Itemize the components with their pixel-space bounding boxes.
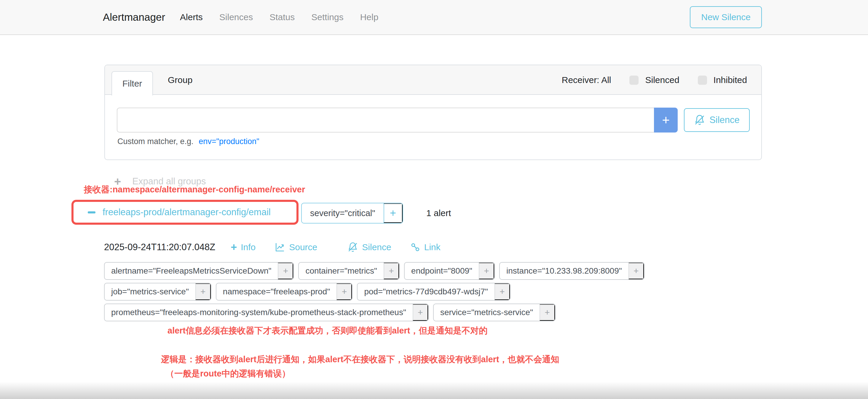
label-text[interactable]: pod="metrics-77d9cdb497-wdsj7" <box>358 283 494 300</box>
alert-count: 1 alert <box>426 203 451 223</box>
custom-matcher-hint-text: Custom matcher, e.g. <box>117 137 193 146</box>
inhibited-checkbox[interactable] <box>698 75 707 85</box>
matcher-input[interactable] <box>117 108 654 132</box>
annotation-alert-note: alert信息必须在接收器下才表示配置成功，否则即使能看到alert，但是通知是… <box>167 325 488 337</box>
label-text[interactable]: service="metrics-service" <box>434 304 539 321</box>
label-add-button[interactable]: + <box>479 263 494 279</box>
annotation-logic-note: 逻辑是：接收器收到alert后进行通知，如果alert不在接收器下，说明接收器没… <box>161 352 559 380</box>
navbar: Alertmanager Alerts Silences Status Sett… <box>0 0 868 35</box>
alert-labels: alertname="FreeleapsMetricsServiceDown" … <box>104 262 670 321</box>
inhibited-label: Inhibited <box>714 75 747 85</box>
nav-alerts[interactable]: Alerts <box>180 12 203 22</box>
label-text[interactable]: instance="10.233.98.209:8009" <box>500 263 628 279</box>
filter-panel-body: + Silence Custom matcher, e.g. env="prod… <box>105 95 761 160</box>
label-add-button[interactable]: + <box>383 263 399 279</box>
collapse-minus-icon <box>88 211 95 213</box>
group-matcher-add-button[interactable]: + <box>383 203 403 223</box>
alert-source-link[interactable]: Source <box>275 242 317 252</box>
alert-label-tag: endpoint="8009" + <box>404 262 495 280</box>
alert-timestamp: 2025-09-24T11:20:07.048Z <box>104 242 215 252</box>
label-add-button[interactable]: + <box>413 304 428 321</box>
label-text[interactable]: namespace="freeleaps-prod" <box>216 283 337 300</box>
group-matcher-chip: severity="critical" + <box>301 203 403 223</box>
label-add-button[interactable]: + <box>337 283 352 300</box>
chart-line-icon <box>275 242 285 252</box>
filter-options: Receiver: All Silenced Inhibited <box>562 65 747 95</box>
link-icon <box>410 242 421 252</box>
annotation-logic-note-line2: （一般是route中的逻辑有错误） <box>161 366 559 380</box>
label-add-button[interactable]: + <box>539 304 555 321</box>
alert-info-button[interactable]: + Info <box>230 242 255 252</box>
filter-panel: Filter Group Receiver: All Silenced Inhi… <box>104 65 762 160</box>
alert-silence-button[interactable]: Silence <box>347 242 391 252</box>
label-text[interactable]: prometheus="freeleaps-monitoring-system/… <box>105 304 413 321</box>
tab-group[interactable]: Group <box>161 65 199 95</box>
alert-label-tag: instance="10.233.98.209:8009" + <box>499 262 645 280</box>
bottom-shadow <box>0 382 868 399</box>
alert-label-tag: alertname="FreeleapsMetricsServiceDown" … <box>104 262 294 280</box>
label-add-button[interactable]: + <box>278 263 293 279</box>
nav-help[interactable]: Help <box>360 12 378 22</box>
silence-button-label: Silence <box>709 115 740 125</box>
label-add-button[interactable]: + <box>195 283 211 300</box>
group-matcher-label[interactable]: severity="critical" <box>302 203 383 223</box>
label-text[interactable]: endpoint="8009" <box>405 263 479 279</box>
label-text[interactable]: alertname="FreeleapsMetricsServiceDown" <box>105 263 278 279</box>
plus-icon: + <box>230 242 237 252</box>
nav-status[interactable]: Status <box>270 12 295 22</box>
add-matcher-button[interactable]: + <box>654 108 678 132</box>
alert-label-tag: service="metrics-service" + <box>433 304 556 321</box>
alert-source-label: Source <box>289 242 317 252</box>
alert-link-button[interactable]: Link <box>410 242 440 252</box>
label-add-button[interactable]: + <box>628 263 644 279</box>
silenced-label: Silenced <box>645 75 679 85</box>
alert-header-row: 2025-09-24T11:20:07.048Z + Info Source <box>104 240 460 254</box>
label-text[interactable]: job="metrics-service" <box>105 283 195 300</box>
brand-link[interactable]: Alertmanager <box>103 11 165 23</box>
inhibited-filter: Inhibited <box>698 75 747 85</box>
silenced-filter: Silenced <box>629 75 679 85</box>
custom-matcher-hint: Custom matcher, e.g. env="production" <box>117 137 259 146</box>
annotation-highlight-box: freeleaps-prod/alertmanager-config/email <box>71 200 299 225</box>
receiver-group-link[interactable]: freeleaps-prod/alertmanager-config/email <box>102 207 271 218</box>
bell-slash-icon <box>694 115 705 126</box>
bell-slash-icon <box>347 242 358 252</box>
annotation-receiver-note: 接收器:namespace/altermanager-config-name/r… <box>84 184 305 196</box>
receiver-filter[interactable]: Receiver: All <box>562 75 611 85</box>
alert-label-tag: prometheus="freeleaps-monitoring-system/… <box>104 304 429 321</box>
alertmanager-page: Alertmanager Alerts Silences Status Sett… <box>0 0 868 399</box>
alert-link-label: Link <box>424 242 440 252</box>
label-add-button[interactable]: + <box>494 283 510 300</box>
filter-panel-header: Filter Group Receiver: All Silenced Inhi… <box>105 65 761 95</box>
nav-silences[interactable]: Silences <box>219 12 253 22</box>
silence-button[interactable]: Silence <box>684 108 750 132</box>
nav-settings[interactable]: Settings <box>311 12 343 22</box>
alert-label-tag: job="metrics-service" + <box>104 283 211 301</box>
label-text[interactable]: container="metrics" <box>299 263 383 279</box>
annotation-logic-note-line1: 逻辑是：接收器收到alert后进行通知，如果alert不在接收器下，说明接收器没… <box>161 352 559 366</box>
matcher-example-link[interactable]: env="production" <box>198 137 259 146</box>
main-nav: Alerts Silences Status Settings Help <box>180 12 378 22</box>
alert-label-tag: pod="metrics-77d9cdb497-wdsj7" + <box>357 283 510 301</box>
new-silence-button[interactable]: New Silence <box>690 6 762 28</box>
alert-label-tag: container="metrics" + <box>298 262 400 280</box>
matcher-input-group: + <box>117 108 678 132</box>
tab-filter[interactable]: Filter <box>112 71 153 95</box>
alert-info-label: Info <box>241 242 255 252</box>
alert-silence-label: Silence <box>362 242 391 252</box>
silenced-checkbox[interactable] <box>629 75 639 85</box>
alert-label-tag: namespace="freeleaps-prod" + <box>216 283 353 301</box>
